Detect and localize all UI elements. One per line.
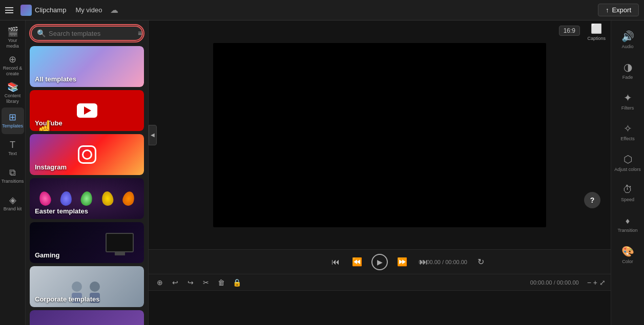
speed-icon: ⏱ xyxy=(622,184,633,196)
app-name: Clipchamp xyxy=(35,6,66,14)
right-panel-filters[interactable]: ✦ Filters xyxy=(613,86,642,116)
step-forward-button[interactable]: ⏩ xyxy=(395,255,409,269)
lock-button[interactable]: 🔒 xyxy=(231,276,243,289)
sidebar-item-your-media[interactable]: 🎬 Your media xyxy=(2,25,24,51)
timeline-track[interactable] xyxy=(149,291,611,325)
sidebar-item-record-create[interactable]: ⊕ Record & create xyxy=(2,52,24,79)
template-card-corporate[interactable]: Corporate templates xyxy=(30,266,144,307)
time-total: 00:00.00 xyxy=(445,259,467,265)
step-back-button[interactable]: ⏪ xyxy=(350,255,364,269)
search-bar: 🔍 ≡ xyxy=(31,26,143,41)
filters-label: Filters xyxy=(621,105,634,111)
search-input[interactable] xyxy=(49,30,135,37)
cut-button[interactable]: ✂ xyxy=(200,276,212,289)
sidebar-label-templates: Templates xyxy=(2,123,23,129)
timeline-total-time: 00:00.00 xyxy=(557,279,579,286)
help-button[interactable]: ? xyxy=(584,192,600,208)
timeline-area: ⊕ ↩ ↪ ✂ 🗑 🔒 00:00.00 / 00:00.00 − + ⤢ xyxy=(149,274,611,325)
instagram-icon xyxy=(78,145,96,164)
sidebar-item-brand-kit[interactable]: ◈ Brand kit xyxy=(2,190,24,217)
slideshows-bg xyxy=(30,310,144,325)
play-pause-button[interactable]: ▶ xyxy=(371,254,388,270)
playback-controls: ⏮ ⏪ ▶ ⏩ ⏭ 00:00.00 / 00:00.00 ↻ xyxy=(149,249,611,274)
captions-label: Captions xyxy=(587,36,606,41)
template-card-gaming[interactable]: Gaming xyxy=(30,222,144,263)
text-icon: T xyxy=(10,140,15,149)
easter-label: Easter templates xyxy=(35,207,88,215)
sidebar-item-transitions[interactable]: ⧉ Transitions xyxy=(2,163,24,189)
right-panel-effects[interactable]: ✧ Effects xyxy=(613,117,642,146)
sidebar-label-record-create: Record & create xyxy=(2,66,24,77)
topbar-right: ↑ Export xyxy=(598,4,639,16)
library-icon: 📚 xyxy=(7,82,18,92)
filters-icon: ✦ xyxy=(624,92,632,104)
sidebar-item-content-library[interactable]: 📚 Content library xyxy=(2,80,24,106)
fade-label: Fade xyxy=(622,75,633,80)
timeline-time-display: 00:00.00 / 00:00.00 xyxy=(530,279,579,286)
loop-button[interactable]: ↻ xyxy=(473,255,488,269)
time-display: 00:00.00 / 00:00.00 xyxy=(419,259,467,265)
fade-icon: ◑ xyxy=(624,61,632,73)
magnet-snap-button[interactable]: ⊕ xyxy=(154,276,166,289)
center-area: ◀ 16:9 ⬜ Captions ? ⏮ ⏪ ▶ ⏩ ⏭ 00:00.00 /… xyxy=(149,20,611,325)
timeline-current-time: 00:00.00 xyxy=(530,279,552,286)
undo-button[interactable]: ↩ xyxy=(169,276,181,289)
transitions-icon: ⧉ xyxy=(9,168,16,177)
collapse-panel-button[interactable]: ◀ xyxy=(149,125,157,145)
color-icon: 🎨 xyxy=(621,245,634,257)
color-label: Color xyxy=(622,259,633,264)
time-current: 00:00.00 xyxy=(419,259,441,265)
right-panel-speed[interactable]: ⏱ Speed xyxy=(613,178,642,208)
zoom-controls: − + ⤢ xyxy=(587,278,606,287)
sidebar-item-text[interactable]: T Text xyxy=(2,135,24,162)
sidebar-label-your-media: Your media xyxy=(2,38,24,49)
template-card-instagram[interactable]: Instagram xyxy=(30,134,144,175)
effects-icon: ✧ xyxy=(624,122,632,135)
redo-button[interactable]: ↪ xyxy=(184,276,197,289)
youtube-play-icon xyxy=(77,103,97,118)
hamburger-icon[interactable] xyxy=(5,5,15,15)
transition-label: Transition xyxy=(617,228,637,233)
gaming-monitor-icon xyxy=(106,233,134,252)
gaming-label: Gaming xyxy=(35,251,59,259)
skip-to-start-button[interactable]: ⏮ xyxy=(328,255,343,269)
templates-panel: 🔍 ≡ All templates YouTube ☝️ xyxy=(26,20,149,325)
video-canvas xyxy=(213,43,546,227)
youtube-label: YouTube xyxy=(35,119,63,127)
aspect-ratio-badge[interactable]: 16:9 xyxy=(559,26,580,36)
delete-button[interactable]: 🗑 xyxy=(215,276,227,289)
templates-list: All templates YouTube ☝️ Instagram xyxy=(26,46,148,325)
video-title[interactable]: My video xyxy=(75,6,102,14)
filter-icon[interactable]: ≡ xyxy=(138,29,142,37)
media-icon: 🎬 xyxy=(7,27,18,36)
captions-button[interactable]: ⬜ Captions xyxy=(587,23,606,41)
export-icon: ↑ xyxy=(606,6,609,14)
template-card-slideshows[interactable]: Slideshows xyxy=(30,310,144,325)
search-icon: 🔍 xyxy=(37,29,46,37)
logo-icon xyxy=(20,5,32,16)
adjust-colors-icon: ⬡ xyxy=(624,153,632,165)
main-body: 🎬 Your media ⊕ Record & create 📚 Content… xyxy=(0,20,644,325)
preview-area: ◀ 16:9 ⬜ Captions ? xyxy=(149,20,611,249)
template-card-easter[interactable]: Easter templates xyxy=(30,178,144,219)
zoom-in-button[interactable]: + xyxy=(593,278,597,287)
topbar-left: Clipchamp My video ☁ xyxy=(5,5,118,16)
audio-icon: 🔊 xyxy=(621,30,634,42)
zoom-fit-button[interactable]: ⤢ xyxy=(599,278,606,287)
adjust-colors-label: Adjust colors xyxy=(614,167,641,172)
zoom-out-button[interactable]: − xyxy=(587,278,591,287)
all-templates-label: All templates xyxy=(35,75,76,83)
template-card-all-templates[interactable]: All templates xyxy=(30,46,144,87)
right-panel-adjust-colors[interactable]: ⬡ Adjust colors xyxy=(613,147,642,177)
right-panel-transition[interactable]: ⬧ Transition xyxy=(613,209,642,239)
captions-icon: ⬜ xyxy=(591,23,602,34)
right-panel-audio[interactable]: 🔊 Audio xyxy=(613,25,642,54)
right-panel-fade[interactable]: ◑ Fade xyxy=(613,55,642,85)
template-card-youtube[interactable]: YouTube ☝️ xyxy=(30,90,144,131)
templates-icon: ⊞ xyxy=(9,113,16,122)
sidebar-item-templates[interactable]: ⊞ Templates xyxy=(2,107,24,134)
export-label: Export xyxy=(612,6,631,14)
sidebar-label-content-library: Content library xyxy=(2,93,24,104)
export-button[interactable]: ↑ Export xyxy=(598,4,639,16)
right-panel-color[interactable]: 🎨 Color xyxy=(613,240,642,269)
